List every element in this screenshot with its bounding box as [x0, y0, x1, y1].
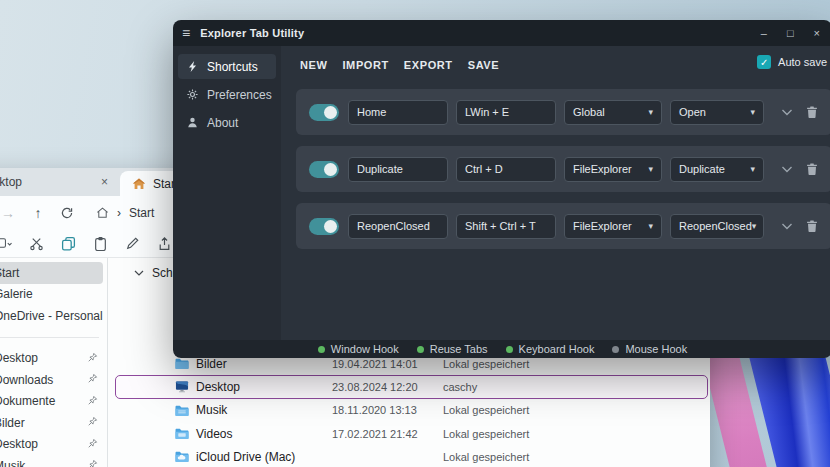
auto-save-option[interactable]: Auto save	[757, 55, 827, 69]
menu-export-button[interactable]: EXPORT	[404, 59, 453, 71]
utility-menu-bar: NEW IMPORT EXPORT SAVE	[281, 52, 830, 78]
sidebar-item-label: Preferences	[207, 88, 272, 102]
cloud-folder-icon	[174, 450, 196, 463]
shortcut-name-input[interactable]	[348, 214, 448, 239]
scope-value: Global	[573, 106, 605, 118]
caret-down-icon: ▾	[648, 107, 653, 117]
expand-chevron-icon[interactable]	[780, 162, 794, 176]
hotkey-input[interactable]	[456, 157, 556, 182]
shortcut-row-reopenclosed: FileExplorer ▾ ReopenClosed ▾	[296, 203, 830, 249]
scope-dropdown[interactable]: FileExplorer ▾	[564, 157, 662, 182]
menu-new-button[interactable]: NEW	[300, 59, 327, 71]
file-row-musik[interactable]: Musik 18.11.2020 13:13 Lokal gespeichert	[108, 399, 708, 422]
file-modified: 19.04.2021 14:01	[332, 358, 443, 370]
delete-trash-icon[interactable]	[805, 162, 819, 176]
sidebar-item-galerie[interactable]: Galerie	[0, 284, 107, 306]
scope-dropdown[interactable]: Global ▾	[564, 100, 662, 125]
caret-down-icon: ▾	[648, 221, 653, 231]
sidebar-item-bilder[interactable]: Bilder	[0, 412, 107, 434]
caret-down-icon: ▾	[752, 221, 757, 231]
enabled-toggle[interactable]	[309, 104, 339, 121]
breadcrumb-root[interactable]: Start	[129, 206, 154, 220]
folder-icon	[174, 404, 196, 417]
status-keyboard-hook: Keyboard Hook	[506, 343, 595, 355]
pin-icon	[87, 459, 98, 467]
status-label: Keyboard Hook	[519, 343, 595, 355]
gear-icon	[186, 88, 199, 101]
expand-chevron-icon[interactable]	[780, 219, 794, 233]
file-row-desktop[interactable]: Desktop 23.08.2024 12:20 caschy	[115, 375, 708, 398]
sidebar-item-desktop-2[interactable]: Desktop	[0, 434, 107, 456]
maximize-button[interactable]: □	[787, 28, 794, 39]
paste-icon[interactable]	[92, 235, 108, 251]
delete-trash-icon[interactable]	[805, 219, 819, 233]
scope-dropdown[interactable]: FileExplorer ▾	[564, 214, 662, 239]
sidebar-item-musik[interactable]: Musik	[0, 455, 107, 467]
folder-icon	[174, 427, 196, 440]
copy-icon[interactable]	[60, 235, 76, 251]
action-dropdown[interactable]: Open ▾	[670, 100, 764, 125]
sidebar-item-label: Desktop	[0, 437, 38, 451]
sidebar-item-label: Musik	[0, 459, 25, 467]
enabled-toggle[interactable]	[309, 218, 339, 235]
pin-icon	[87, 395, 98, 406]
scope-value: FileExplorer	[573, 220, 632, 232]
delete-trash-icon[interactable]	[805, 105, 819, 119]
status-dot-green	[318, 346, 325, 353]
hotkey-input[interactable]	[456, 214, 556, 239]
file-row-icloud-drive[interactable]: iCloud Drive (Mac) Lokal gespeichert	[108, 445, 708, 467]
expand-chevron-icon[interactable]	[780, 105, 794, 119]
menu-save-button[interactable]: SAVE	[468, 59, 500, 71]
folder-icon	[174, 357, 196, 370]
sidebar-item-preferences[interactable]: Preferences	[178, 82, 276, 107]
new-item-dropdown-icon[interactable]	[0, 235, 12, 251]
enabled-toggle[interactable]	[309, 161, 339, 178]
cut-icon[interactable]	[28, 235, 44, 251]
sidebar-item-start[interactable]: Start	[0, 262, 103, 284]
sidebar-item-label: About	[207, 116, 238, 130]
scope-value: FileExplorer	[573, 163, 632, 175]
hotkey-input[interactable]	[456, 100, 556, 125]
file-row-videos[interactable]: Videos 17.02.2021 21:42 Lokal gespeicher…	[108, 422, 708, 445]
action-dropdown[interactable]: Duplicate ▾	[670, 157, 764, 182]
sidebar-item-about[interactable]: About	[178, 110, 276, 135]
sidebar-item-label: Galerie	[0, 287, 33, 301]
breadcrumb-separator: ›	[117, 206, 121, 220]
sidebar-item-onedrive[interactable]: OneDrive - Personal	[0, 305, 107, 327]
shortcut-row-duplicate: FileExplorer ▾ Duplicate ▾	[296, 146, 830, 192]
shortcut-name-input[interactable]	[348, 100, 448, 125]
sidebar-item-shortcuts[interactable]: Shortcuts	[178, 54, 276, 79]
sidebar-item-label: Downloads	[0, 373, 53, 387]
sidebar-item-downloads[interactable]: Downloads	[0, 369, 107, 391]
house-icon	[96, 206, 109, 219]
file-modified: 17.02.2021 21:42	[332, 428, 443, 440]
rename-icon[interactable]	[124, 235, 140, 251]
utility-main: NEW IMPORT EXPORT SAVE Auto save	[281, 46, 830, 340]
utility-title-bar[interactable]: ≡ Explorer Tab Utility – □ ×	[173, 20, 830, 46]
minimize-button[interactable]: –	[761, 28, 767, 39]
refresh-icon[interactable]	[60, 206, 76, 220]
shortcut-name-input[interactable]	[348, 157, 448, 182]
up-icon[interactable]: ↑	[30, 205, 46, 221]
forward-icon[interactable]: →	[0, 205, 16, 221]
auto-save-checkbox[interactable]	[757, 55, 771, 69]
breadcrumb[interactable]: › Start	[96, 206, 154, 220]
share-icon[interactable]	[156, 235, 172, 251]
utility-body: Shortcuts Preferences About NEW IMPORT E…	[173, 46, 830, 340]
sidebar-item-dokumente[interactable]: Dokumente	[0, 391, 107, 413]
sidebar-item-desktop[interactable]: Desktop	[0, 348, 107, 370]
close-button[interactable]: ×	[814, 28, 820, 39]
file-status: Lokal gespeichert	[443, 404, 529, 416]
file-name: iCloud Drive (Mac)	[196, 450, 332, 464]
tab-desktop[interactable]: Desktop ×	[0, 168, 120, 196]
action-value: Duplicate	[679, 163, 725, 175]
action-dropdown[interactable]: ReopenClosed ▾	[670, 214, 764, 239]
hamburger-icon[interactable]: ≡	[182, 25, 190, 41]
tab-close-icon[interactable]: ×	[101, 175, 108, 189]
utility-sidebar: Shortcuts Preferences About	[173, 46, 281, 340]
status-mouse-hook: Mouse Hook	[612, 343, 687, 355]
pin-icon	[87, 416, 98, 427]
menu-import-button[interactable]: IMPORT	[342, 59, 388, 71]
explorer-tab-utility-window: ≡ Explorer Tab Utility – □ × Shortcuts P…	[173, 20, 830, 358]
bolt-icon	[186, 60, 199, 73]
